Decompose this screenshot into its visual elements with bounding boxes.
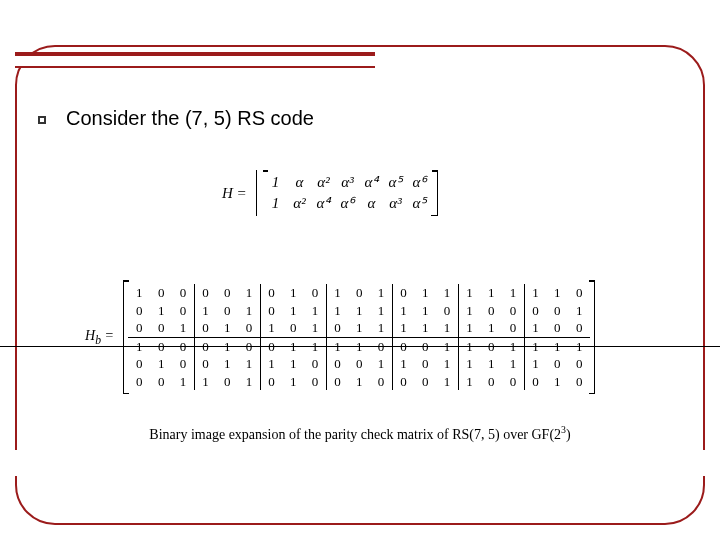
matrix-hb-equation: Hb = 10000101010101111111001010101111111…	[85, 280, 595, 394]
matrix-hb-brackets: 1000010101010111111100101010111111101000…	[123, 280, 595, 394]
caption-prefix: Binary image expansion of the parity che…	[149, 427, 561, 442]
caption-text: Binary image expansion of the parity che…	[0, 424, 720, 443]
bullet-square-icon	[38, 116, 46, 124]
frame-notch-right	[700, 450, 708, 476]
matrix-h-rows: 1αα²α³α⁴α⁵α⁶1α²α⁴α⁶αα³α⁵	[263, 172, 431, 214]
headline-text: Consider the (7, 5) RS code	[66, 107, 314, 130]
matrix-hb-table: 1000010101010111111100101010111111101000…	[128, 284, 590, 390]
frame-notch-left	[12, 450, 20, 476]
caption-suffix: )	[566, 427, 571, 442]
matrix-hb-label: Hb =	[85, 328, 114, 347]
matrix-h-brackets: 1αα²α³α⁴α⁵α⁶1α²α⁴α⁶αα³α⁵	[256, 170, 438, 216]
title-bar-rule	[15, 52, 375, 68]
matrix-h-label: H =	[222, 185, 247, 202]
matrix-h-equation: H = 1αα²α³α⁴α⁵α⁶1α²α⁴α⁶αα³α⁵	[222, 170, 438, 216]
